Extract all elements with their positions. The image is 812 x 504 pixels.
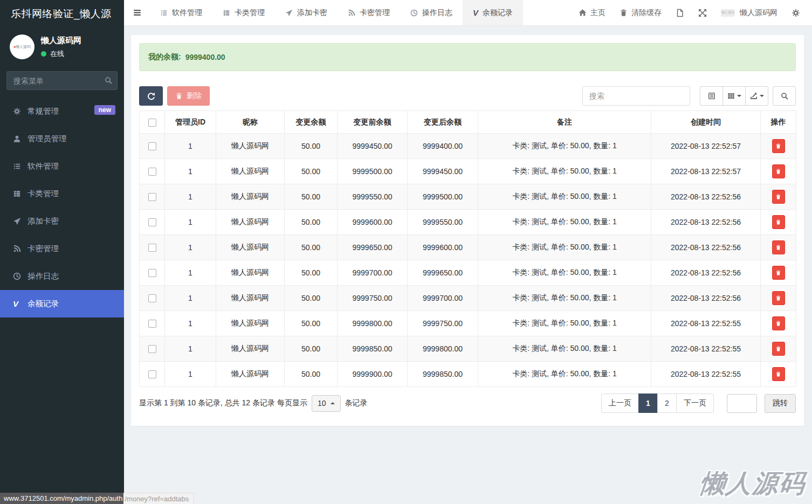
sidebar-item-operation-log[interactable]: 操作日志 [0,263,124,290]
sidebar-item-balance-records[interactable]: V 余额记录 [0,290,124,317]
cell-created: 2022-08-13 22:52:55 [651,336,761,362]
tab-operation-log[interactable]: 操作日志 [400,0,463,25]
jump-page-input[interactable] [727,394,757,413]
cell-remark: 卡类: 测试, 单价: 50.00, 数量: 1 [478,184,651,210]
trash-icon [775,244,781,251]
row-delete-button[interactable] [772,240,785,254]
table-row: 1 懒人源码网 50.00 9999750.00 9999700.00 卡类: … [140,286,796,311]
row-delete-button[interactable] [772,215,785,229]
sidebar-toggle-button[interactable] [124,0,150,25]
cell-change: 50.00 [285,159,338,184]
jump-button[interactable]: 跳转 [765,394,796,413]
tab-card-keys[interactable]: 卡密管理 [338,0,400,25]
sidebar-item-software[interactable]: 软件管理 [0,153,124,180]
table-row: 1 懒人源码网 50.00 9999850.00 9999800.00 卡类: … [140,336,796,362]
table-row: 1 懒人源码网 50.00 9999800.00 9999750.00 卡类: … [140,311,796,336]
row-checkbox[interactable] [148,370,156,378]
cell-before: 9999900.00 [338,362,408,387]
user-menu[interactable]: 懒人源码 懒人源码网 [721,8,777,18]
menu-search-input[interactable] [6,71,118,90]
online-dot [41,51,46,57]
sidebar-item-card-types[interactable]: 卡类管理 [0,180,124,208]
trash-icon [620,9,628,17]
search-toggle-button[interactable] [773,86,796,106]
tab-card-types[interactable]: 卡类管理 [212,0,275,25]
app-title: 乐抖网络验证_懒人源 [0,0,124,28]
row-delete-button[interactable] [772,164,785,178]
col-actions: 操作 [761,111,796,134]
row-checkbox[interactable] [148,218,156,226]
refresh-button[interactable] [139,86,163,106]
sidebar-item-general[interactable]: 常规管理 new [0,98,124,125]
cell-created: 2022-08-13 22:52:57 [651,134,761,159]
delete-button[interactable]: 删除 [167,86,210,106]
cell-remark: 卡类: 测试, 单价: 50.00, 数量: 1 [478,235,651,260]
balance-alert: 我的余额: 9999400.00 [139,43,796,71]
row-delete-button[interactable] [772,291,785,305]
user-icon [13,135,21,143]
clear-cache-link[interactable]: 清除缓存 [620,8,662,18]
clock-icon [13,272,21,280]
send-icon [285,9,293,17]
row-checkbox[interactable] [148,244,156,252]
cell-before: 9999600.00 [338,210,408,235]
cell-after: 9999750.00 [408,311,478,336]
columns-button[interactable] [722,86,746,106]
col-remark: 备注 [478,111,651,134]
home-link[interactable]: 主页 [579,8,605,18]
sidebar-item-add-cards[interactable]: 添加卡密 [0,208,124,235]
sidebar-item-admins[interactable]: 管理员管理 [0,125,124,153]
row-checkbox[interactable] [148,142,156,150]
tab-balance-records[interactable]: V余额记录 [463,0,523,25]
row-delete-button[interactable] [772,342,785,356]
sidebar: 乐抖网络验证_懒人源 ●懒人源码 懒人源码网 在线 常规管理 new 管理员管理… [0,0,124,504]
row-delete-button[interactable] [772,139,785,153]
cogs-icon [13,107,21,115]
cell-before: 9999700.00 [338,260,408,286]
list-icon [13,162,21,170]
row-delete-button[interactable] [772,266,785,280]
prev-page-button[interactable]: 上一页 [601,393,639,413]
v-icon: V [473,9,478,17]
row-checkbox[interactable] [148,193,156,201]
detail-view-button[interactable] [700,86,723,106]
page-button-2[interactable]: 2 [657,393,677,413]
row-delete-button[interactable] [772,190,785,204]
row-checkbox[interactable] [148,345,156,353]
tab-software[interactable]: 软件管理 [150,0,212,25]
page-button-1[interactable]: 1 [638,393,658,413]
row-checkbox[interactable] [148,168,156,176]
gear-icon [792,9,800,17]
row-checkbox[interactable] [148,269,156,277]
cell-change: 50.00 [285,210,338,235]
table-search-input[interactable] [582,86,690,106]
cell-after: 9999400.00 [408,134,478,159]
settings-button[interactable] [792,9,800,17]
cell-created: 2022-08-13 22:52:56 [651,260,761,286]
cell-remark: 卡类: 测试, 单价: 50.00, 数量: 1 [478,336,651,362]
row-delete-button[interactable] [772,316,785,330]
th-list-icon [223,9,230,17]
next-page-button[interactable]: 下一页 [676,393,714,413]
page-size-select[interactable]: 10 [312,395,341,412]
export-button[interactable] [745,86,768,106]
cell-created: 2022-08-13 22:52:57 [651,159,761,184]
fullscreen-button[interactable] [698,9,707,17]
tab-add-cards[interactable]: 添加卡密 [275,0,338,25]
row-checkbox[interactable] [148,294,156,302]
avatar[interactable]: ●懒人源码 [10,34,35,59]
row-delete-button[interactable] [772,367,785,381]
row-checkbox[interactable] [148,320,156,328]
cell-change: 50.00 [285,362,338,387]
pagination: 上一页 1 2 下一页 跳转 [601,393,796,413]
cell-admin-id: 1 [165,286,216,311]
cell-before: 9999750.00 [338,286,408,311]
sidebar-item-card-keys[interactable]: 卡密管理 [0,235,124,263]
page-icon [676,9,684,17]
refresh-page-button[interactable] [676,9,684,17]
status-url-dark: www.3712501.com/myadmin.php/auth [0,493,123,504]
cell-after: 9999500.00 [408,184,478,210]
select-all-checkbox[interactable] [148,119,156,127]
status-url-light: /money?ref=addtabs [123,493,194,504]
trash-icon [775,346,781,352]
